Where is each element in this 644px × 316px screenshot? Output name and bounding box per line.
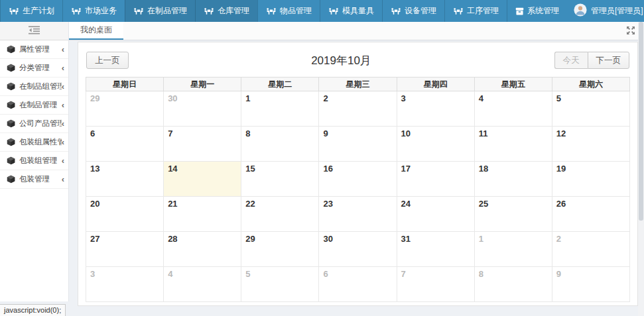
day-cell[interactable]: 7 bbox=[164, 127, 241, 162]
sidebar-item-4[interactable]: 公司产品管理‹ bbox=[0, 115, 68, 133]
tab-my-desktop[interactable]: 我的桌面 bbox=[69, 22, 123, 40]
day-cell[interactable]: 5 bbox=[552, 91, 629, 127]
day-number: 5 bbox=[245, 269, 250, 279]
day-number: 25 bbox=[479, 199, 488, 209]
day-cell[interactable]: 18 bbox=[474, 162, 552, 197]
day-cell[interactable]: 1 bbox=[241, 91, 319, 127]
people-carry-icon bbox=[71, 7, 82, 15]
cube-icon bbox=[7, 138, 15, 146]
day-cell[interactable]: 30 bbox=[319, 232, 397, 267]
day-cell[interactable]: 3 bbox=[397, 91, 474, 127]
sidebar-item-label: 公司产品管理 bbox=[19, 119, 62, 129]
next-page-button[interactable]: 下一页 bbox=[588, 52, 630, 69]
people-carry-icon bbox=[453, 7, 464, 15]
day-cell[interactable]: 4 bbox=[474, 91, 552, 127]
day-cell[interactable]: 7 bbox=[397, 267, 474, 302]
fullscreen-button[interactable] bbox=[627, 25, 635, 37]
day-cell[interactable]: 10 bbox=[397, 127, 474, 162]
day-cell[interactable]: 30 bbox=[164, 91, 241, 127]
day-cell[interactable]: 3 bbox=[86, 267, 164, 302]
day-cell[interactable]: 21 bbox=[164, 197, 241, 232]
day-cell[interactable]: 23 bbox=[319, 197, 397, 232]
vertical-scrollbar[interactable] bbox=[638, 22, 644, 316]
day-number: 8 bbox=[479, 269, 483, 279]
day-cell[interactable]: 1 bbox=[474, 232, 552, 267]
sidebar-item-6[interactable]: 包装组管理‹ bbox=[0, 152, 68, 170]
day-cell[interactable]: 9 bbox=[319, 127, 397, 162]
day-number: 29 bbox=[245, 234, 255, 244]
tab-bar: 我的桌面 bbox=[69, 22, 644, 40]
day-cell[interactable]: 19 bbox=[552, 162, 629, 197]
nav-item-3[interactable]: 仓库管理 bbox=[195, 0, 257, 22]
day-cell[interactable]: 29 bbox=[86, 91, 164, 127]
day-number: 12 bbox=[556, 129, 566, 138]
nav-item-1[interactable]: 市场业务 bbox=[62, 0, 125, 22]
day-cell[interactable]: 5 bbox=[241, 267, 319, 302]
user-menu[interactable]: 管理员[管理员] bbox=[567, 0, 644, 22]
day-number: 3 bbox=[401, 93, 406, 103]
nav-item-label: 仓库管理 bbox=[218, 5, 249, 17]
day-cell[interactable]: 4 bbox=[164, 267, 241, 302]
day-cell[interactable]: 20 bbox=[86, 197, 164, 232]
day-cell[interactable]: 16 bbox=[319, 162, 397, 197]
browser-status-bar: javascript:void(0); bbox=[0, 304, 66, 316]
day-cell[interactable]: 9 bbox=[552, 267, 629, 302]
sidebar-item-5[interactable]: 包装组属性管理‹ bbox=[0, 133, 68, 152]
nav-item-5[interactable]: 模具量具 bbox=[320, 0, 382, 22]
day-cell[interactable]: 17 bbox=[397, 162, 474, 197]
day-number: 9 bbox=[556, 269, 561, 279]
day-cell[interactable]: 29 bbox=[241, 232, 319, 267]
weekday-header: 星期日 bbox=[86, 78, 164, 91]
weekday-header: 星期一 bbox=[164, 78, 241, 91]
nav-item-8[interactable]: 系统管理 bbox=[507, 0, 567, 22]
calendar-nav-group: 今天 下一页 bbox=[554, 52, 630, 69]
nav-item-6[interactable]: 设备管理 bbox=[382, 0, 444, 22]
calendar-toolbar: 上一页 2019年10月 今天 下一页 bbox=[78, 42, 637, 69]
day-cell[interactable]: 25 bbox=[474, 197, 552, 232]
main-area: 属性管理‹分类管理‹在制品组管理‹在制品管理‹公司产品管理‹包装组属性管理‹包装… bbox=[0, 22, 644, 316]
day-cell[interactable]: 12 bbox=[552, 127, 629, 162]
people-carry-icon bbox=[328, 7, 339, 15]
day-cell[interactable]: 6 bbox=[86, 127, 164, 162]
day-number: 11 bbox=[479, 129, 488, 138]
day-number: 4 bbox=[479, 93, 483, 103]
nav-item-label: 工序管理 bbox=[467, 5, 499, 17]
day-cell[interactable]: 24 bbox=[397, 197, 474, 232]
day-number: 22 bbox=[245, 199, 255, 209]
nav-item-4[interactable]: 物品管理 bbox=[257, 0, 320, 22]
cube-icon bbox=[7, 119, 15, 128]
day-cell[interactable]: 14 bbox=[164, 162, 241, 197]
day-cell[interactable]: 11 bbox=[474, 127, 552, 162]
sidebar-collapse-button[interactable] bbox=[0, 22, 68, 40]
day-cell[interactable]: 8 bbox=[241, 127, 319, 162]
day-cell[interactable]: 6 bbox=[319, 267, 397, 302]
day-cell[interactable]: 27 bbox=[86, 232, 164, 267]
day-cell[interactable]: 8 bbox=[474, 267, 552, 302]
day-cell[interactable]: 15 bbox=[241, 162, 319, 197]
sidebar-item-0[interactable]: 属性管理‹ bbox=[0, 40, 68, 59]
scrollbar-thumb[interactable] bbox=[639, 22, 643, 221]
day-number: 29 bbox=[90, 93, 99, 103]
nav-item-0[interactable]: 生产计划 bbox=[0, 0, 62, 22]
day-cell[interactable]: 28 bbox=[164, 232, 241, 267]
sidebar-item-1[interactable]: 分类管理‹ bbox=[0, 59, 68, 78]
today-button[interactable]: 今天 bbox=[554, 52, 588, 69]
day-cell[interactable]: 26 bbox=[552, 197, 629, 232]
day-cell[interactable]: 2 bbox=[552, 232, 629, 267]
sidebar-item-label: 在制品管理 bbox=[19, 100, 62, 110]
day-cell[interactable]: 22 bbox=[241, 197, 319, 232]
sidebar-item-2[interactable]: 在制品组管理‹ bbox=[0, 78, 68, 96]
day-number: 4 bbox=[168, 269, 172, 279]
day-cell[interactable]: 13 bbox=[86, 162, 164, 197]
sidebar-item-7[interactable]: 包装管理‹ bbox=[0, 170, 68, 189]
day-cell[interactable]: 2 bbox=[319, 91, 397, 127]
prev-page-button[interactable]: 上一页 bbox=[86, 52, 129, 69]
sidebar-item-3[interactable]: 在制品管理‹ bbox=[0, 96, 68, 115]
calendar-week-row: 6789101112 bbox=[86, 127, 630, 162]
day-number: 21 bbox=[168, 199, 177, 209]
cube-icon bbox=[7, 175, 15, 184]
calendar-week-row: 13141516171819 bbox=[86, 162, 630, 197]
nav-item-7[interactable]: 工序管理 bbox=[444, 0, 507, 22]
day-cell[interactable]: 31 bbox=[397, 232, 474, 267]
nav-item-2[interactable]: 在制品管理 bbox=[125, 0, 195, 22]
